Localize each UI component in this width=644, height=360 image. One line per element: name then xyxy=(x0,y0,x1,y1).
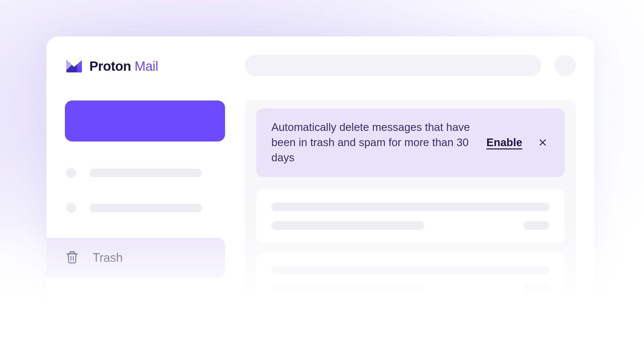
message-item-placeholder[interactable] xyxy=(256,189,565,243)
avatar[interactable] xyxy=(555,55,576,76)
sidebar-item-trash[interactable]: Trash xyxy=(46,238,225,278)
placeholder-icon xyxy=(66,203,76,213)
proton-mail-logo-icon xyxy=(65,56,83,76)
stage: Proton Mail xyxy=(0,0,644,360)
brand-name: Proton xyxy=(89,59,131,73)
banner-message: Automatically delete messages that have … xyxy=(271,120,473,166)
app-window: Proton Mail xyxy=(46,36,594,360)
placeholder-line xyxy=(271,266,549,275)
compose-button[interactable] xyxy=(65,100,225,141)
sidebar-item-label: Trash xyxy=(93,251,123,265)
placeholder-line xyxy=(271,221,424,230)
placeholder-icon xyxy=(66,168,76,178)
close-icon[interactable] xyxy=(538,138,547,147)
topbar xyxy=(245,55,576,76)
placeholder-label xyxy=(89,204,202,212)
enable-button[interactable]: Enable xyxy=(486,136,522,149)
placeholder-chip xyxy=(524,221,549,230)
sidebar-item-placeholder[interactable] xyxy=(65,168,225,178)
sidebar: Proton Mail xyxy=(46,55,225,360)
placeholder-label xyxy=(89,169,202,177)
placeholder-line xyxy=(271,285,424,293)
main: Automatically delete messages that have … xyxy=(245,55,576,360)
trash-icon xyxy=(65,250,79,266)
content-panel: Automatically delete messages that have … xyxy=(245,100,576,360)
brand: Proton Mail xyxy=(65,55,225,76)
sidebar-item-placeholder[interactable] xyxy=(65,203,225,213)
auto-delete-banner: Automatically delete messages that have … xyxy=(256,108,565,177)
search-input[interactable] xyxy=(245,55,541,76)
brand-text: Proton Mail xyxy=(89,59,158,74)
placeholder-line xyxy=(271,203,549,211)
placeholder-chip xyxy=(524,285,549,293)
brand-product: Mail xyxy=(135,59,158,73)
message-item-placeholder[interactable] xyxy=(256,253,565,306)
